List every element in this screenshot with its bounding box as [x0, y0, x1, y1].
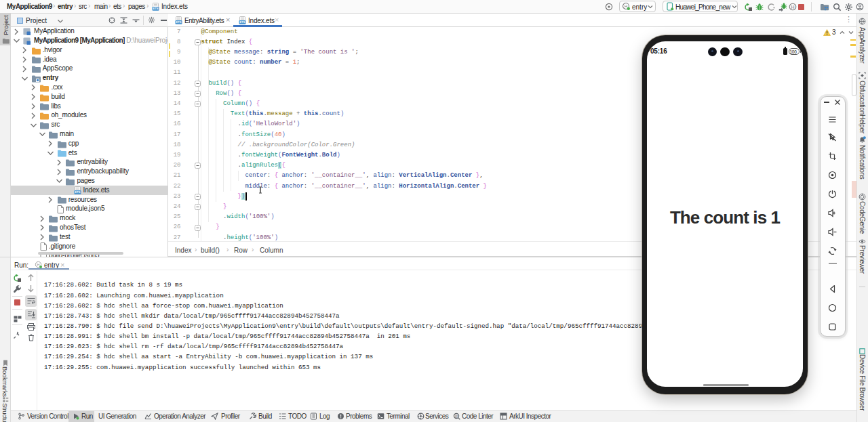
svg-text:H: H: [37, 263, 40, 267]
svg-text:@: @: [454, 414, 458, 418]
svg-text:H: H: [625, 4, 627, 8]
svg-text:H: H: [791, 5, 794, 9]
